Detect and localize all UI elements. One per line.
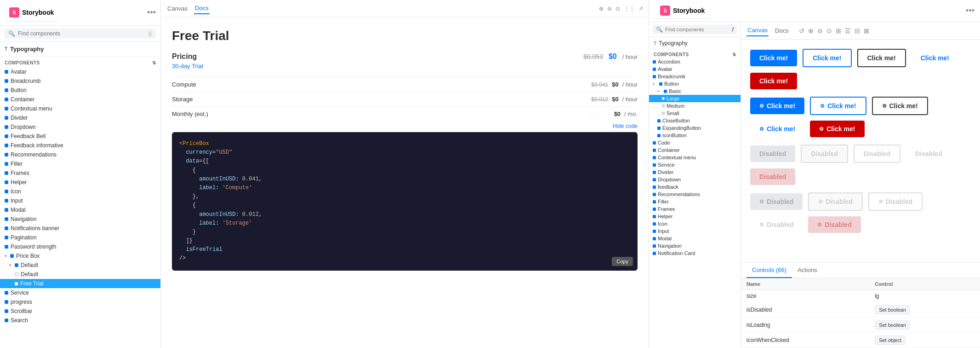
sidebar-item-notif-banner[interactable]: Notifications banner (0, 224, 160, 233)
grid-icon[interactable]: ⋮⋮ (624, 6, 635, 12)
item-dot-rec (5, 153, 8, 157)
split-icon[interactable]: ⊟ (855, 27, 860, 35)
grid-view-icon[interactable]: ⊞ (836, 27, 841, 35)
sidebar-item-feedback-bell[interactable]: Feedback Bell (0, 132, 160, 141)
right-item-recommendations[interactable]: Recommendations (649, 191, 741, 198)
right-item-container[interactable]: Container (649, 146, 741, 154)
right-item-avatar[interactable]: Avatar (649, 65, 741, 73)
zoom-in-icon[interactable]: ⊕ (808, 27, 814, 35)
tab-canvas[interactable]: Canvas (166, 3, 188, 14)
sidebar-item-divider[interactable]: Divider (0, 113, 160, 122)
right-more-button[interactable]: ••• (966, 6, 974, 16)
right-item-icon[interactable]: Icon (649, 220, 741, 227)
sidebar-item-scrollbar[interactable]: Scrollbar (0, 307, 160, 316)
right-item-notif-card[interactable]: Notification Card (649, 249, 741, 257)
sidebar-item-feedback-info[interactable]: Feedback informative (0, 141, 160, 150)
right-item-navigation[interactable]: Navigation (649, 242, 741, 249)
zoom-in-icon[interactable]: ⊕ (599, 6, 604, 12)
sidebar-item-free-trial[interactable]: Free Trial (0, 279, 160, 288)
sidebar-item-breadcrumb[interactable]: Breadcrumb (0, 76, 160, 86)
sidebar-item-search[interactable]: Search (0, 316, 160, 325)
right-item-frames[interactable]: Frames (649, 205, 741, 213)
expand-icon[interactable]: ⊠ (864, 27, 869, 35)
btn-primary-outline[interactable]: Click me! (803, 49, 851, 67)
set-bool-disabled-button[interactable]: Set boolean (875, 305, 910, 314)
btn-text-blue[interactable]: Click me! (912, 50, 958, 66)
btn-icon-text[interactable]: ⚙ Click me! (750, 121, 804, 137)
btn-primary-filled[interactable]: Click me! (750, 50, 797, 66)
right-item-medium[interactable]: Medium (649, 102, 741, 110)
docs-tab[interactable]: Docs (774, 25, 790, 36)
right-item-large[interactable]: Large (649, 95, 741, 102)
right-item-divider[interactable]: Divider (649, 168, 741, 176)
right-collapse-icon[interactable]: ⇅ (732, 52, 736, 57)
right-item-filler[interactable]: Filler (649, 198, 741, 205)
share-icon[interactable]: ↗ (638, 6, 643, 12)
sidebar-item-avatar[interactable]: Avatar (0, 67, 160, 76)
left-more-button[interactable]: ••• (147, 8, 156, 17)
sidebar-item-default-child[interactable]: Default (0, 270, 160, 279)
actions-tab[interactable]: Actions (792, 263, 823, 278)
right-item-close-button[interactable]: CloseButton (649, 117, 741, 124)
btn-icon-dark[interactable]: ⚙ Click me! (872, 97, 928, 115)
set-bool-loading-button[interactable]: Set boolean (875, 320, 910, 330)
sidebar-item-button[interactable]: Button (0, 86, 160, 95)
btn-dark-outline[interactable]: Click me! (857, 49, 906, 67)
reload-icon[interactable]: ↺ (799, 27, 804, 35)
sidebar-item-service[interactable]: Service (0, 288, 160, 297)
zoom-reset-icon[interactable]: ⊙ (826, 27, 832, 35)
layout-icon[interactable]: ☰ (845, 27, 851, 35)
right-item-code[interactable]: Code (649, 139, 741, 146)
right-item-breadcrumb[interactable]: Breadcrumb (649, 73, 741, 80)
tab-docs[interactable]: Docs (194, 3, 210, 14)
sidebar-item-dropdown[interactable]: Dropdown (0, 122, 160, 132)
controls-tab[interactable]: Controls (66) (746, 263, 792, 278)
right-item-button[interactable]: ▾ Button (649, 80, 741, 87)
zoom-reset-icon[interactable]: ⊙ (615, 6, 620, 12)
sidebar-item-contextual-menu[interactable]: Contextual menu (0, 104, 160, 113)
btn-icon-danger[interactable]: ⚙ Click me! (810, 121, 864, 137)
collapse-icon[interactable]: ⇅ (152, 60, 156, 65)
set-obj-button[interactable]: Set object (875, 336, 906, 345)
right-item-helper[interactable]: Helper (649, 213, 741, 220)
right-item-feedback[interactable]: feedback (649, 183, 741, 191)
right-item-icon-button[interactable]: IconButton (649, 132, 741, 139)
sidebar-item-container[interactable]: Container (0, 95, 160, 104)
sidebar-item-frames[interactable]: Frames (0, 168, 160, 178)
btn-disabled-1[interactable]: Disabled (750, 145, 795, 162)
right-item-modal[interactable]: Modal (649, 235, 741, 242)
btn-icon-outline[interactable]: ⚙ Click me! (810, 97, 866, 115)
sidebar-item-modal[interactable]: Modal (0, 205, 160, 215)
right-item-contextual[interactable]: Contextual menu (649, 154, 741, 161)
right-item-service[interactable]: Service (649, 161, 741, 168)
sidebar-item-recommendations[interactable]: Recommendations (0, 150, 160, 159)
sidebar-item-pagination[interactable]: Pagination (0, 233, 160, 242)
right-search-input[interactable] (665, 27, 730, 32)
zoom-out-icon[interactable]: ⊖ (817, 27, 823, 35)
btn-danger-filled[interactable]: Click me! (750, 73, 797, 89)
left-search-input[interactable] (18, 30, 145, 37)
sidebar-item-pricebox[interactable]: ▾ Price Box (0, 251, 160, 261)
sidebar-item-navigation[interactable]: Navigation (0, 215, 160, 224)
sidebar-item-helper[interactable]: Helper (0, 178, 160, 187)
sidebar-item-progress[interactable]: progress (0, 297, 160, 307)
left-typography-item[interactable]: T Typography (0, 42, 160, 57)
right-item-small[interactable]: Small (649, 110, 741, 117)
right-item-basic[interactable]: ▾ Basic (649, 87, 741, 95)
right-typography-item[interactable]: T Typography (649, 37, 741, 49)
hide-code-button[interactable]: Hide code (613, 123, 638, 129)
sidebar-item-filler[interactable]: Filler (0, 159, 160, 168)
sidebar-item-password[interactable]: Password strength (0, 242, 160, 251)
right-item-accordion[interactable]: Accordion (649, 58, 741, 65)
right-item-dropdown[interactable]: Dropdown (649, 176, 741, 183)
free-trial-link[interactable]: 30-day Trial (172, 63, 638, 70)
copy-button[interactable]: Copy (612, 257, 633, 266)
sidebar-item-icon[interactable]: Icon (0, 187, 160, 196)
right-item-expanding[interactable]: ExpandingButton (649, 124, 741, 132)
zoom-out-icon[interactable]: ⊖ (607, 6, 612, 12)
right-item-input[interactable]: Input (649, 227, 741, 235)
sidebar-item-default[interactable]: ▾ Default (0, 261, 160, 270)
sidebar-item-input[interactable]: Input (0, 196, 160, 205)
canvas-tab[interactable]: Canvas (746, 25, 769, 36)
btn-icon-primary[interactable]: ⚙ Click me! (750, 98, 804, 114)
